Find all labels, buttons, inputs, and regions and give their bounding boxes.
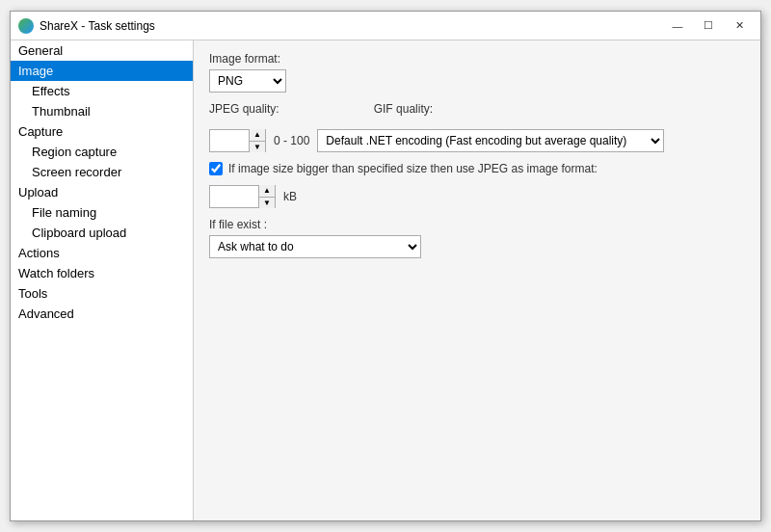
jpeg-size-up[interactable]: ▲: [259, 185, 275, 197]
jpeg-checkbox-label: If image size bigger than specified size…: [228, 162, 598, 175]
title-bar: ShareX - Task settings — ☐ ✕: [11, 12, 760, 40]
jpeg-size-row: 2048 ▲ ▼ kB: [209, 185, 745, 208]
jpeg-quality-up[interactable]: ▲: [250, 129, 265, 141]
jpeg-size-spinbox: 2048 ▲ ▼: [209, 185, 276, 208]
maximize-button[interactable]: ☐: [695, 16, 722, 36]
jpeg-quality-input[interactable]: 90: [210, 130, 249, 151]
jpeg-size-checkbox[interactable]: [209, 162, 223, 175]
jpeg-checkbox-row: If image size bigger than specified size…: [209, 162, 745, 175]
sidebar-item-tools[interactable]: Tools: [11, 283, 193, 304]
sidebar-item-region-capture[interactable]: Region capture: [11, 142, 193, 162]
sidebar-item-watch-folders[interactable]: Watch folders: [11, 263, 193, 283]
sidebar-item-thumbnail[interactable]: Thumbnail: [11, 101, 193, 121]
sidebar-item-capture[interactable]: Capture: [11, 121, 193, 142]
app-icon: [18, 18, 34, 34]
image-format-select[interactable]: PNGJPEGGIFBMPTIFF: [209, 69, 286, 93]
sidebar-item-upload[interactable]: Upload: [11, 182, 193, 202]
minimize-button[interactable]: —: [664, 16, 691, 36]
if-file-exist-select[interactable]: Ask what to doOverwriteSkipRename: [209, 235, 421, 258]
sidebar-item-general[interactable]: General: [11, 40, 193, 61]
jpeg-size-input[interactable]: 2048: [210, 186, 258, 207]
jpeg-quality-label: JPEG quality:: [209, 102, 279, 116]
gif-quality-label: GIF quality:: [374, 102, 433, 116]
quality-row: JPEG quality: GIF quality:: [209, 102, 745, 120]
sidebar-item-advanced[interactable]: Advanced: [11, 304, 193, 324]
window-title: ShareX - Task settings: [40, 19, 155, 33]
title-bar-left: ShareX - Task settings: [18, 18, 155, 34]
if-file-exist-row: Ask what to doOverwriteSkipRename: [209, 235, 745, 258]
quality-controls-row: 90 ▲ ▼ 0 - 100 Default .NET encoding (Fa…: [209, 129, 745, 152]
main-window: ShareX - Task settings — ☐ ✕ GeneralImag…: [10, 11, 761, 521]
jpeg-size-down[interactable]: ▼: [259, 197, 275, 208]
sidebar-item-file-naming[interactable]: File naming: [11, 202, 193, 223]
jpeg-quality-btns: ▲ ▼: [249, 129, 265, 152]
main-panel: Image format: PNGJPEGGIFBMPTIFF JPEG qua…: [194, 40, 760, 520]
jpeg-quality-spinbox: 90 ▲ ▼: [209, 129, 266, 152]
jpeg-size-btns: ▲ ▼: [258, 185, 275, 208]
gif-quality-select[interactable]: Default .NET encoding (Fast encoding but…: [317, 129, 664, 152]
content-area: GeneralImageEffectsThumbnailCaptureRegio…: [11, 40, 760, 520]
close-button[interactable]: ✕: [726, 16, 753, 36]
sidebar: GeneralImageEffectsThumbnailCaptureRegio…: [11, 40, 194, 520]
image-format-label: Image format:: [209, 52, 745, 66]
sidebar-item-screen-recorder[interactable]: Screen recorder: [11, 162, 193, 182]
jpeg-size-unit: kB: [283, 190, 297, 203]
sidebar-item-effects[interactable]: Effects: [11, 81, 193, 101]
jpeg-quality-range: 0 - 100: [274, 134, 309, 147]
if-file-exist-label: If file exist :: [209, 218, 745, 231]
image-format-row: PNGJPEGGIFBMPTIFF: [209, 69, 745, 93]
sidebar-item-actions[interactable]: Actions: [11, 243, 193, 263]
window-controls: — ☐ ✕: [664, 16, 753, 36]
jpeg-quality-down[interactable]: ▼: [250, 141, 265, 152]
sidebar-item-image[interactable]: Image: [11, 61, 193, 81]
sidebar-item-clipboard-upload[interactable]: Clipboard upload: [11, 223, 193, 243]
